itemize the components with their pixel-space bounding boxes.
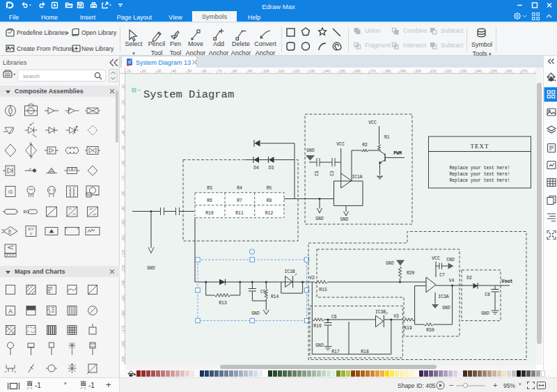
svg-text:50: 50 <box>121 146 125 150</box>
svg-text:220: 220 <box>446 69 452 73</box>
svg-text:R16: R16 <box>313 324 322 329</box>
svg-text:CND: CND <box>446 258 455 262</box>
svg-text:50: 50 <box>187 69 191 73</box>
svg-text:190: 190 <box>400 69 407 73</box>
svg-text:20: 20 <box>121 100 125 104</box>
svg-text:Replace your text here!: Replace your text here! <box>450 172 510 177</box>
svg-text:30: 30 <box>121 115 125 119</box>
svg-text:200: 200 <box>415 69 421 73</box>
svg-text:IC3B: IC3B <box>375 310 386 315</box>
svg-text:60: 60 <box>121 160 125 164</box>
svg-text:130: 130 <box>121 265 125 271</box>
svg-text:40: 40 <box>173 69 177 73</box>
svg-text:Y: Y <box>30 232 33 236</box>
svg-text:10: 10 <box>127 69 131 73</box>
svg-text:R12: R12 <box>265 211 274 216</box>
svg-text:150: 150 <box>121 295 125 301</box>
svg-text:80: 80 <box>233 69 237 73</box>
svg-text:GND: GND <box>481 311 489 316</box>
svg-text:Replace your text here!: Replace your text here! <box>450 166 510 171</box>
svg-text:Vout: Vout <box>501 279 512 284</box>
svg-text:GND: GND <box>315 217 324 221</box>
svg-text:80: 80 <box>121 191 125 195</box>
svg-text:140: 140 <box>324 69 331 73</box>
svg-text:X/Y: X/Y <box>28 227 34 231</box>
svg-text:60: 60 <box>203 69 207 73</box>
svg-text:R18: R18 <box>361 350 369 354</box>
svg-text:R8: R8 <box>267 198 272 203</box>
svg-text:140: 140 <box>121 280 125 286</box>
svg-text:D4: D4 <box>253 166 259 171</box>
svg-text:C1: C1 <box>315 171 320 176</box>
svg-text:V4: V4 <box>449 279 455 283</box>
svg-text:C6: C6 <box>331 315 337 320</box>
svg-text:170: 170 <box>370 69 376 73</box>
svg-text:R13: R13 <box>219 301 227 306</box>
svg-text:40: 40 <box>121 130 125 134</box>
svg-text:C8: C8 <box>485 292 490 297</box>
svg-text:VCC: VCC <box>432 256 440 261</box>
svg-text:VCC: VCC <box>368 120 377 125</box>
svg-text:150: 150 <box>339 69 345 73</box>
svg-text:GND: GND <box>442 306 450 311</box>
svg-text:110: 110 <box>278 69 284 73</box>
svg-text:GND: GND <box>315 343 324 348</box>
svg-text:90: 90 <box>249 69 253 73</box>
svg-text:Replace your text here!: Replace your text here! <box>450 178 510 183</box>
svg-text:R14: R14 <box>271 295 279 299</box>
svg-text:R17: R17 <box>331 350 340 354</box>
svg-text:160: 160 <box>121 311 125 317</box>
svg-text:C7: C7 <box>439 273 445 278</box>
svg-text:180: 180 <box>385 69 391 73</box>
svg-text:R20: R20 <box>407 271 415 276</box>
svg-text:R7: R7 <box>237 198 242 203</box>
svg-text:260: 260 <box>506 69 512 73</box>
svg-text:R11: R11 <box>235 211 244 216</box>
svg-text:D2: D2 <box>466 276 472 281</box>
svg-text:V2: V2 <box>309 276 315 281</box>
svg-text:V3: V3 <box>393 314 399 319</box>
svg-text:GND: GND <box>251 311 260 316</box>
svg-text:R4: R4 <box>237 186 242 191</box>
svg-text:R3: R3 <box>207 186 212 191</box>
svg-text:230: 230 <box>461 69 467 73</box>
svg-text:110: 110 <box>121 235 125 240</box>
svg-text:170: 170 <box>121 325 125 331</box>
svg-text:120: 120 <box>294 69 300 73</box>
svg-text:IC1B: IC1B <box>284 269 295 274</box>
svg-text:70: 70 <box>218 69 222 73</box>
svg-text:C3: C3 <box>330 171 335 176</box>
svg-text:GND: GND <box>306 148 315 153</box>
svg-text:160: 160 <box>354 69 361 73</box>
svg-text:TEXT: TEXT <box>471 143 489 150</box>
svg-text:10: 10 <box>121 84 125 88</box>
svg-text:K19: K19 <box>404 326 412 331</box>
svg-text:GND: GND <box>386 261 394 266</box>
svg-text:70: 70 <box>121 175 125 180</box>
svg-text:GND: GND <box>340 217 349 222</box>
svg-text:R30: R30 <box>426 328 434 333</box>
svg-text:130: 130 <box>309 69 315 73</box>
svg-text:IC3A: IC3A <box>438 295 448 299</box>
svg-text:D3: D3 <box>269 166 274 171</box>
svg-text:100: 100 <box>263 69 269 73</box>
svg-text:R1: R1 <box>384 135 390 140</box>
svg-text:120: 120 <box>121 249 125 256</box>
svg-text:R15: R15 <box>319 288 327 292</box>
svg-text:30: 30 <box>157 69 162 73</box>
svg-text:190: 190 <box>121 356 125 362</box>
svg-text:100: 100 <box>121 219 125 226</box>
svg-text:R6: R6 <box>207 198 212 203</box>
svg-text:VCC: VCC <box>336 142 345 147</box>
svg-text:20: 20 <box>142 69 146 73</box>
svg-text:240: 240 <box>476 69 483 73</box>
svg-text:IC1A: IC1A <box>352 175 362 180</box>
svg-text:G: G <box>8 189 13 195</box>
svg-text:R10: R10 <box>205 211 214 216</box>
svg-text:A: A <box>8 308 13 315</box>
svg-text:210: 210 <box>430 69 437 73</box>
svg-text:R5: R5 <box>267 186 272 191</box>
svg-text:GND: GND <box>147 266 155 271</box>
svg-text:System Diagram: System Diagram <box>143 88 234 101</box>
svg-text:90: 90 <box>121 206 125 210</box>
